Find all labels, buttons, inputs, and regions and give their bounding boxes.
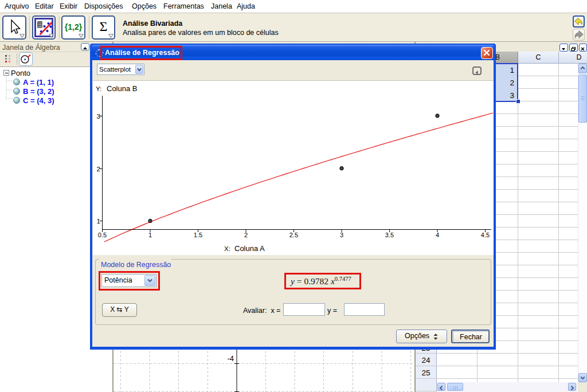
svg-text:Coluna A: Coluna A (234, 244, 265, 253)
svg-text:2.5: 2.5 (289, 232, 298, 238)
svg-text:3.5: 3.5 (385, 232, 394, 238)
svg-text:1: 1 (97, 218, 100, 225)
svg-text:3: 3 (340, 232, 343, 238)
svg-text:0.5: 0.5 (98, 232, 107, 238)
svg-text:4.5: 4.5 (481, 232, 490, 238)
svg-text:X:: X: (224, 245, 230, 252)
svg-text:1.5: 1.5 (194, 232, 202, 238)
svg-text:2: 2 (97, 166, 100, 173)
svg-text:4: 4 (436, 232, 439, 238)
svg-text:3: 3 (97, 113, 100, 120)
svg-text:1: 1 (148, 232, 152, 238)
svg-text:Coluna B: Coluna B (107, 84, 137, 93)
svg-text:Y:: Y: (96, 85, 101, 92)
svg-text:2: 2 (244, 232, 248, 238)
svg-text:-4: -4 (227, 354, 234, 363)
